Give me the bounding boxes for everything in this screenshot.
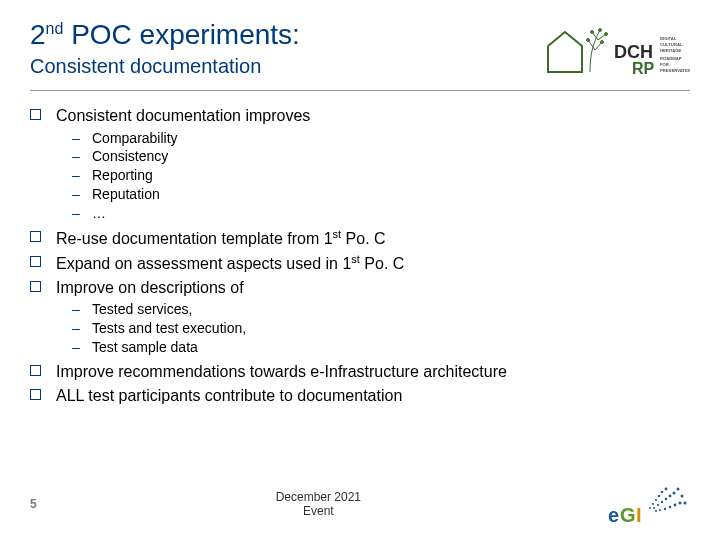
bullet-text: Improve on descriptions of [56, 279, 244, 296]
sub-list: Comparability Consistency Reporting Repu… [56, 129, 690, 223]
svg-point-2 [591, 31, 594, 34]
svg-point-14 [658, 495, 660, 497]
svg-point-25 [664, 508, 666, 510]
svg-point-23 [655, 510, 657, 512]
rp-text: RP [632, 60, 655, 77]
svg-point-22 [673, 492, 676, 495]
slide: 2nd POC experiments: Consistent document… [0, 0, 720, 540]
sub-item: Test sample data [56, 338, 690, 357]
bullet-text-post: Po. C [341, 230, 385, 247]
svg-text:PRESERVATION: PRESERVATION [660, 68, 690, 73]
page-number: 5 [30, 497, 37, 511]
sub-item: … [56, 204, 690, 223]
footer-event: December 2021 Event [37, 490, 600, 519]
svg-point-0 [587, 39, 590, 42]
svg-point-21 [669, 495, 672, 498]
svg-text:HERITAGE: HERITAGE [660, 48, 682, 53]
header: 2nd POC experiments: Consistent document… [30, 20, 690, 80]
footer: 5 December 2021 Event e G I [0, 482, 720, 526]
svg-point-24 [659, 509, 661, 511]
svg-point-17 [653, 507, 655, 509]
bullet-text-pre: Expand on assessment aspects used in 1 [56, 255, 351, 272]
svg-text:FOR: FOR [660, 62, 669, 67]
svg-point-30 [681, 495, 684, 498]
svg-point-3 [605, 33, 608, 36]
svg-point-16 [665, 488, 668, 491]
sub-item: Comparability [56, 129, 690, 148]
sub-item: Tests and test execution, [56, 319, 690, 338]
slide-title: 2nd POC experiments: [30, 20, 540, 51]
svg-text:e: e [608, 504, 619, 526]
svg-text:CULTURAL: CULTURAL [660, 42, 683, 47]
svg-point-19 [661, 501, 663, 503]
content: Consistent documentation improves Compar… [30, 105, 690, 406]
bullet-text: Consistent documentation improves [56, 107, 310, 124]
svg-text:G: G [620, 504, 636, 526]
event-line2: Event [303, 504, 334, 518]
bullet-item: Expand on assessment aspects used in 1st… [30, 252, 690, 275]
slide-subtitle: Consistent documentation [30, 55, 540, 78]
title-block: 2nd POC experiments: Consistent document… [30, 20, 540, 78]
svg-text:I: I [636, 504, 642, 526]
header-divider [30, 90, 690, 91]
svg-point-13 [655, 499, 657, 501]
sub-item: Reporting [56, 166, 690, 185]
title-sup: nd [46, 20, 64, 37]
svg-point-4 [599, 29, 602, 32]
sub-list: Tested services, Tests and test executio… [56, 300, 690, 357]
bullet-text-pre: Re-use documentation template from 1 [56, 230, 333, 247]
dch-rp-logo: DCH RP DIGITAL CULTURAL HERITAGE ROADMAP… [540, 20, 690, 80]
svg-point-29 [677, 488, 680, 491]
bullet-item: Re-use documentation template from 1st P… [30, 227, 690, 250]
svg-point-15 [661, 491, 664, 494]
bullet-sup: st [351, 253, 360, 265]
svg-point-20 [665, 498, 668, 501]
event-line1: December 2021 [276, 490, 361, 504]
title-pre: 2 [30, 19, 46, 50]
bullet-text-post: Po. C [360, 255, 404, 272]
svg-text:DIGITAL: DIGITAL [660, 36, 677, 41]
svg-point-1 [601, 41, 604, 44]
svg-point-12 [652, 503, 654, 505]
svg-point-27 [674, 504, 677, 507]
sub-item: Reputation [56, 185, 690, 204]
svg-text:ROADMAP: ROADMAP [660, 56, 682, 61]
bullet-item: Improve on descriptions of Tested servic… [30, 277, 690, 357]
svg-point-31 [684, 502, 687, 505]
sub-item: Tested services, [56, 300, 690, 319]
svg-point-28 [679, 502, 682, 505]
egi-logo: e G I [600, 482, 690, 526]
dch-text: DCH [614, 42, 653, 62]
bullet-item: ALL test participants contribute to docu… [30, 385, 690, 407]
bullet-item: Improve recommendations towards e-Infras… [30, 361, 690, 383]
bullet-list: Consistent documentation improves Compar… [30, 105, 690, 406]
sub-item: Consistency [56, 147, 690, 166]
bullet-sup: st [333, 228, 342, 240]
svg-point-18 [657, 504, 659, 506]
title-post: POC experiments: [63, 19, 300, 50]
bullet-item: Consistent documentation improves Compar… [30, 105, 690, 223]
svg-point-11 [649, 507, 651, 509]
svg-point-26 [669, 506, 672, 509]
